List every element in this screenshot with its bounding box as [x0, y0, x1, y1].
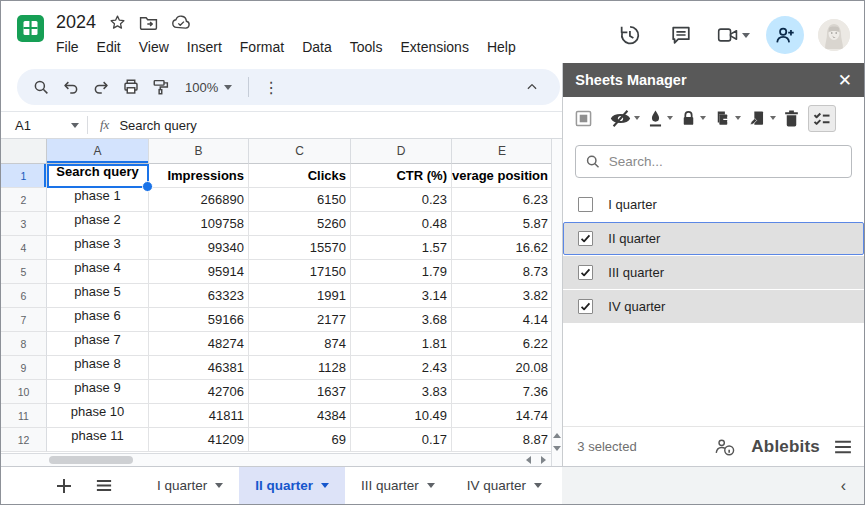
row-header-7[interactable]: 7 — [1, 308, 47, 332]
cell-C6[interactable]: 1991 — [249, 284, 351, 308]
cell-A7[interactable]: phase 6 — [47, 308, 149, 332]
formula-input[interactable]: Search query — [119, 118, 562, 133]
cell-A3[interactable]: phase 2 — [47, 212, 149, 236]
cell-D8[interactable]: 1.81 — [351, 332, 452, 356]
cell-C4[interactable]: 15570 — [249, 236, 351, 260]
scroll-up-icon[interactable] — [553, 433, 561, 438]
cell-A12[interactable]: phase 11 — [47, 428, 149, 452]
menu-file[interactable]: File — [48, 36, 87, 58]
cell-B5[interactable]: 95914 — [149, 260, 249, 284]
cell-E3[interactable]: 5.87 — [452, 212, 551, 236]
row-header-11[interactable]: 11 — [1, 404, 47, 428]
row-header-1[interactable]: 1 — [1, 164, 47, 188]
meet-video-button[interactable] — [714, 16, 752, 54]
add-sheet-button[interactable] — [49, 471, 79, 501]
cell-D2[interactable]: 0.23 — [351, 188, 452, 212]
horizontal-scroll-thumb[interactable] — [49, 456, 133, 464]
cell-B3[interactable]: 109758 — [149, 212, 249, 236]
cell-A6[interactable]: phase 5 — [47, 284, 149, 308]
edit-sheets-button[interactable] — [745, 105, 779, 132]
column-header-B[interactable]: B — [149, 139, 249, 164]
cell-E8[interactable]: 6.22 — [452, 332, 551, 356]
cell-C10[interactable]: 1637 — [249, 380, 351, 404]
collapse-toolbar-button[interactable] — [518, 73, 546, 101]
vertical-scrollbar[interactable] — [551, 139, 562, 466]
search-menus-button[interactable] — [27, 73, 55, 101]
cell-D7[interactable]: 3.68 — [351, 308, 452, 332]
protect-sheets-button[interactable] — [677, 105, 709, 132]
sheet-item-ii-quarter[interactable]: II quarter — [563, 222, 864, 255]
cell-C8[interactable]: 874 — [249, 332, 351, 356]
panel-close-icon[interactable]: ✕ — [838, 72, 852, 89]
cell-B8[interactable]: 48274 — [149, 332, 249, 356]
column-header-C[interactable]: C — [249, 139, 351, 164]
cell-B4[interactable]: 99340 — [149, 236, 249, 260]
star-icon[interactable] — [109, 14, 126, 31]
tab-i-quarter[interactable]: I quarter — [141, 467, 239, 504]
undo-button[interactable] — [57, 73, 85, 101]
cell-E6[interactable]: 3.82 — [452, 284, 551, 308]
document-title[interactable]: 2024 — [56, 12, 96, 33]
checkbox-i-quarter[interactable] — [578, 197, 593, 212]
cell-E1[interactable]: Average position — [452, 164, 551, 188]
cell-C5[interactable]: 17150 — [249, 260, 351, 284]
ablebits-logo[interactable]: Ablebits — [751, 437, 820, 457]
scroll-left-icon[interactable] — [526, 456, 531, 464]
scroll-right-icon[interactable] — [541, 456, 546, 464]
paint-format-button[interactable] — [147, 73, 175, 101]
more-options-button[interactable]: ⋮ — [257, 73, 285, 101]
copy-dropdown-caret[interactable] — [735, 116, 741, 120]
cell-E10[interactable]: 7.36 — [452, 380, 551, 404]
menu-extensions[interactable]: Extensions — [392, 36, 476, 58]
cell-E7[interactable]: 4.14 — [452, 308, 551, 332]
cell-A2[interactable]: phase 1 — [47, 188, 149, 212]
panel-search-input[interactable] — [609, 154, 842, 169]
row-header-6[interactable]: 6 — [1, 284, 47, 308]
scroll-down-icon[interactable] — [553, 446, 561, 451]
cell-D11[interactable]: 10.49 — [351, 404, 452, 428]
row-header-10[interactable]: 10 — [1, 380, 47, 404]
zoom-select[interactable]: 100% — [177, 80, 240, 95]
cell-C12[interactable]: 69 — [249, 428, 351, 452]
cell-C9[interactable]: 1128 — [249, 356, 351, 380]
cell-B10[interactable]: 42706 — [149, 380, 249, 404]
cell-B2[interactable]: 266890 — [149, 188, 249, 212]
cell-D10[interactable]: 3.83 — [351, 380, 452, 404]
cell-D4[interactable]: 1.57 — [351, 236, 452, 260]
column-header-A[interactable]: A — [47, 139, 149, 164]
help-info-icon[interactable] — [713, 437, 737, 457]
sheet-item-iii-quarter[interactable]: III quarter — [563, 256, 864, 289]
cell-D6[interactable]: 3.14 — [351, 284, 452, 308]
cell-A8[interactable]: phase 7 — [47, 332, 149, 356]
cell-B1[interactable]: Impressions — [149, 164, 249, 188]
cell-B12[interactable]: 41209 — [149, 428, 249, 452]
delete-sheets-button[interactable] — [780, 105, 803, 132]
row-header-2[interactable]: 2 — [1, 188, 47, 212]
sheet-item-iv-quarter[interactable]: IV quarter — [563, 290, 864, 323]
color-dropdown-caret[interactable] — [667, 116, 673, 120]
cell-A9[interactable]: phase 8 — [47, 356, 149, 380]
cell-A4[interactable]: phase 3 — [47, 236, 149, 260]
cell-E9[interactable]: 20.08 — [452, 356, 551, 380]
cell-D9[interactable]: 2.43 — [351, 356, 452, 380]
share-button[interactable] — [766, 16, 804, 54]
menu-view[interactable]: View — [131, 36, 177, 58]
horizontal-scrollbar[interactable] — [1, 453, 551, 466]
cell-B7[interactable]: 59166 — [149, 308, 249, 332]
meet-dropdown-caret[interactable] — [742, 33, 750, 38]
cell-E4[interactable]: 16.62 — [452, 236, 551, 260]
print-button[interactable] — [117, 73, 145, 101]
cloud-status-icon[interactable] — [171, 14, 191, 30]
select-all-checkbox[interactable] — [572, 106, 595, 131]
row-header-12[interactable]: 12 — [1, 428, 47, 452]
row-header-9[interactable]: 9 — [1, 356, 47, 380]
cell-C1[interactable]: Clicks — [249, 164, 351, 188]
color-sheets-button[interactable] — [644, 105, 676, 132]
cell-E2[interactable]: 6.23 — [452, 188, 551, 212]
row-header-4[interactable]: 4 — [1, 236, 47, 260]
menu-insert[interactable]: Insert — [179, 36, 230, 58]
comments-button[interactable] — [662, 16, 700, 54]
menu-tools[interactable]: Tools — [342, 36, 391, 58]
redo-button[interactable] — [87, 73, 115, 101]
checklist-view-toggle[interactable] — [808, 105, 836, 132]
